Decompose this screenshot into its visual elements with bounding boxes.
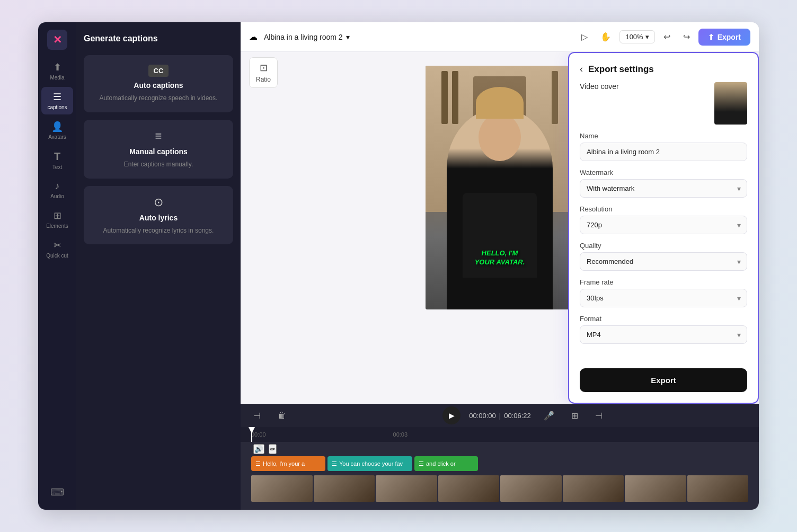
video-frame-1 bbox=[251, 475, 313, 502]
format-label: Format bbox=[580, 315, 747, 323]
file-name-chevron: ▾ bbox=[346, 33, 350, 41]
video-track bbox=[251, 475, 748, 502]
app-logo: ✕ bbox=[47, 30, 67, 50]
framerate-select[interactable]: 30fps 60fps 24fps bbox=[580, 289, 747, 307]
time-display: 00:00:00 | 00:06:22 bbox=[469, 412, 531, 420]
caption-chip-2[interactable]: ☰ You can choose your fav bbox=[327, 456, 412, 471]
format-select-row: MP4 MOV AVI ▾ bbox=[580, 325, 747, 344]
caption-line2: YOUR AVATAR. bbox=[475, 258, 525, 267]
auto-captions-title: Auto captions bbox=[134, 81, 183, 90]
quality-label: Quality bbox=[580, 242, 747, 250]
file-name-button[interactable]: Albina in a living room 2 ▾ bbox=[264, 33, 350, 41]
quality-field-row: Quality Recommended High Medium ▾ bbox=[580, 242, 747, 271]
captions-panel-title: Generate captions bbox=[84, 32, 233, 48]
caption-line1: HELLO, I'M bbox=[475, 249, 525, 258]
export-panel-header: ‹ Export settings bbox=[580, 64, 747, 75]
audio-icon: ♪ bbox=[55, 181, 60, 192]
delete-button[interactable]: 🗑 bbox=[273, 409, 290, 422]
sidebar-item-captions[interactable]: ☰ captions bbox=[41, 87, 73, 114]
time-separator: | bbox=[499, 412, 501, 420]
timeline-tracks: 🔊 ✏ ☰ Hello, I'm your a ☰ You can choose… bbox=[241, 442, 759, 510]
sidebar-item-quickcut[interactable]: ✂ Quick cut bbox=[41, 235, 73, 263]
total-time: 00:06:22 bbox=[504, 412, 531, 420]
sidebar-item-elements[interactable]: ⊞ Elements bbox=[41, 206, 73, 233]
caption-chip-3[interactable]: ☰ and click or bbox=[414, 456, 478, 471]
auto-lyrics-title: Auto lyrics bbox=[139, 214, 178, 222]
watermark-field-row: Watermark With watermark Without waterma… bbox=[580, 169, 747, 198]
video-frame-3 bbox=[376, 475, 437, 502]
media-icon: ⬆ bbox=[54, 61, 61, 73]
undo-button[interactable]: ↩ bbox=[659, 29, 675, 45]
chip3-icon: ☰ bbox=[419, 460, 424, 467]
video-frame-7 bbox=[625, 475, 686, 502]
video-cover-row: Video cover › bbox=[580, 82, 747, 125]
pointer-tool[interactable]: ▷ bbox=[577, 29, 592, 45]
manual-captions-card[interactable]: ≡ Manual captions Enter captions manuall… bbox=[84, 120, 233, 179]
split-track-btn[interactable]: ⊣ bbox=[591, 409, 607, 423]
export-up-icon: ⬆ bbox=[708, 33, 714, 41]
export-action-button[interactable]: Export bbox=[580, 368, 747, 392]
redo-button[interactable]: ↪ bbox=[679, 29, 694, 45]
manual-captions-desc: Enter captions manually. bbox=[124, 160, 193, 169]
watermark-select-row: With watermark Without watermark ▾ bbox=[580, 179, 747, 198]
cloud-icon: ☁ bbox=[249, 32, 258, 42]
auto-captions-card[interactable]: CC Auto captions Automatically recognize… bbox=[84, 55, 233, 112]
cover-thumbnail[interactable]: › bbox=[714, 82, 747, 125]
resolution-select-row: 720p 1080p 480p ▾ bbox=[580, 216, 747, 234]
mic-button[interactable]: 🎤 bbox=[539, 409, 559, 423]
video-frame-6 bbox=[563, 475, 624, 502]
text-icon: T bbox=[54, 150, 60, 163]
auto-lyrics-desc: Automatically recognize lyrics in songs. bbox=[103, 226, 214, 235]
resolution-label: Resolution bbox=[580, 205, 747, 213]
chip1-icon: ☰ bbox=[255, 460, 261, 467]
quality-select[interactable]: Recommended High Medium bbox=[580, 252, 747, 271]
play-button[interactable]: ▶ bbox=[442, 406, 461, 424]
caption-chip-1[interactable]: ☰ Hello, I'm your a bbox=[251, 456, 325, 471]
export-button[interactable]: ⬆ Export bbox=[698, 29, 750, 46]
split-button[interactable]: ⊣ bbox=[249, 409, 265, 423]
name-input[interactable] bbox=[580, 143, 747, 161]
timeline-controls: ⊣ 🗑 ▶ 00:00:00 | 00:06:22 🎤 ⊞ ⊣ bbox=[241, 404, 759, 427]
avatars-icon: 👤 bbox=[51, 121, 63, 132]
elements-icon: ⊞ bbox=[54, 210, 61, 221]
zoom-level[interactable]: 100% ▾ bbox=[619, 30, 654, 43]
caption-track: ☰ Hello, I'm your a ☰ You can choose you… bbox=[251, 456, 748, 471]
export-settings-title: Export settings bbox=[588, 64, 654, 75]
watermark-select[interactable]: With watermark Without watermark bbox=[580, 179, 747, 198]
name-field-row: Name bbox=[580, 132, 747, 161]
timeline-area: ⊣ 🗑 ▶ 00:00:00 | 00:06:22 🎤 ⊞ ⊣ 00:00 bbox=[241, 404, 759, 510]
ratio-button[interactable]: ⊡ Ratio bbox=[249, 57, 278, 88]
video-frame-8 bbox=[687, 475, 749, 502]
manual-captions-icon: ≡ bbox=[155, 129, 162, 143]
ruler-mark-0: 00:00 bbox=[251, 431, 266, 438]
sidebar-item-text[interactable]: T Text bbox=[41, 146, 73, 174]
quickcut-icon: ✂ bbox=[54, 240, 61, 251]
play-icon: ▶ bbox=[449, 411, 455, 420]
sidebar-item-media[interactable]: ⬆ Media bbox=[41, 57, 73, 85]
manual-captions-title: Manual captions bbox=[129, 147, 188, 156]
resolution-select[interactable]: 720p 1080p 480p bbox=[580, 216, 747, 234]
playhead bbox=[251, 427, 252, 442]
export-back-button[interactable]: ‹ bbox=[580, 64, 583, 75]
captions-panel: Generate captions CC Auto captions Autom… bbox=[76, 22, 241, 510]
chip2-icon: ☰ bbox=[332, 460, 337, 467]
framerate-field-row: Frame rate 30fps 60fps 24fps ▾ bbox=[580, 278, 747, 307]
framerate-label: Frame rate bbox=[580, 278, 747, 286]
hand-tool[interactable]: ✋ bbox=[596, 29, 615, 45]
sidebar-item-audio[interactable]: ♪ Audio bbox=[41, 176, 73, 203]
tool-group: ▷ ✋ 100% ▾ ↩ ↪ ⬆ Export bbox=[577, 29, 750, 46]
edit-button[interactable]: ✏ bbox=[269, 444, 277, 454]
captions-icon: ☰ bbox=[53, 91, 61, 103]
resolution-field-row: Resolution 720p 1080p 480p ▾ bbox=[580, 205, 747, 234]
sidebar-item-avatars[interactable]: 👤 Avatars bbox=[41, 117, 73, 144]
volume-button[interactable]: 🔊 bbox=[253, 444, 264, 454]
keyboard-icon: ⌨ bbox=[50, 486, 64, 498]
captions-btn[interactable]: ⊞ bbox=[567, 409, 582, 423]
framerate-select-row: 30fps 60fps 24fps ▾ bbox=[580, 289, 747, 307]
current-time: 00:00:00 bbox=[469, 412, 496, 420]
file-name-text: Albina in a living room 2 bbox=[264, 33, 343, 41]
format-select[interactable]: MP4 MOV AVI bbox=[580, 325, 747, 344]
ratio-label: Ratio bbox=[256, 76, 271, 83]
auto-lyrics-card[interactable]: ⊙ Auto lyrics Automatically recognize ly… bbox=[84, 186, 233, 245]
sidebar-item-keyboard[interactable]: ⌨ bbox=[41, 482, 73, 502]
